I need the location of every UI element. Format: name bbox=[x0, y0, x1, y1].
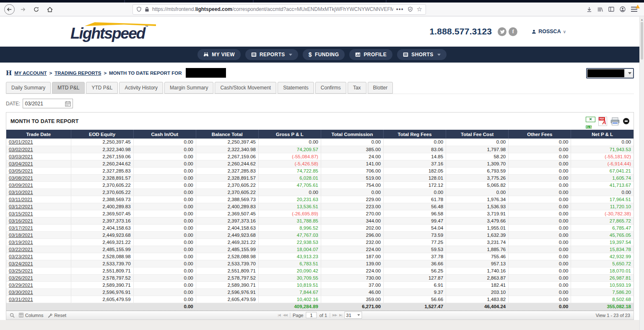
trade-date-link[interactable]: 03/19/2021 bbox=[9, 240, 33, 245]
profile-icon[interactable] bbox=[620, 6, 626, 12]
window-scrollbar[interactable]: ▲ bbox=[639, 17, 644, 330]
value-cell: 2,328,891.57 bbox=[71, 174, 133, 181]
page-size-select[interactable]: 31 bbox=[345, 312, 362, 319]
bookmark-star-icon[interactable]: ☆ bbox=[417, 5, 422, 13]
tab-tax[interactable]: Tax bbox=[348, 82, 366, 94]
trade-date-link[interactable]: 03/31/2021 bbox=[9, 297, 33, 302]
trade-date-link[interactable]: 03/16/2021 bbox=[9, 218, 33, 223]
first-page-icon[interactable]: |◀ bbox=[278, 313, 280, 317]
trade-date-link[interactable]: 03/10/2021 bbox=[9, 190, 33, 195]
trade-date-link[interactable]: 03/09/2021 bbox=[9, 183, 33, 188]
trade-date-link[interactable]: 03/25/2021 bbox=[9, 268, 33, 273]
download-icon[interactable] bbox=[587, 7, 592, 12]
trade-date-link[interactable]: 03/15/2021 bbox=[9, 211, 33, 216]
home-button[interactable] bbox=[44, 4, 55, 15]
trade-date-link[interactable]: 03/23/2021 bbox=[9, 254, 33, 259]
shield-icon[interactable] bbox=[136, 6, 142, 12]
trade-date-link[interactable]: 03/04/2021 bbox=[9, 161, 33, 166]
print-icon[interactable] bbox=[610, 117, 620, 126]
trade-date-link[interactable]: 03/08/2021 bbox=[9, 175, 33, 181]
value-cell: 56.66 bbox=[384, 296, 446, 303]
column-header[interactable]: Total Fee Cost bbox=[446, 130, 509, 139]
url-bar[interactable]: https://mtsfrontend.lightspeed.com/corre… bbox=[132, 4, 426, 15]
tab-statements[interactable]: Statements bbox=[278, 82, 314, 94]
facebook-icon[interactable]: f bbox=[509, 27, 517, 36]
last-page-icon[interactable]: ▶| bbox=[339, 313, 342, 317]
tab-daily-summary[interactable]: Daily Summary bbox=[6, 82, 51, 94]
tab-activity-history[interactable]: Activity History bbox=[119, 82, 163, 94]
trade-date-link[interactable]: 03/11/2021 bbox=[9, 197, 33, 202]
nav-my-view[interactable]: MY VIEW bbox=[197, 49, 241, 60]
nav-shorts[interactable]: SHORTS bbox=[397, 49, 446, 60]
search-button[interactable] bbox=[10, 313, 15, 318]
scroll-up-icon[interactable]: ▲ bbox=[640, 17, 644, 21]
trade-date-link[interactable]: 03/24/2021 bbox=[9, 261, 33, 266]
value-cell: 0.00 bbox=[133, 217, 196, 224]
tab-ytd-p-l[interactable]: YTD P&L bbox=[86, 82, 118, 94]
value-cell: 36.66 bbox=[384, 260, 446, 267]
date-input[interactable] bbox=[25, 101, 65, 107]
columns-button[interactable]: Columns bbox=[19, 313, 43, 318]
trade-date-link[interactable]: 03/03/2021 bbox=[9, 154, 33, 159]
column-header[interactable]: Total Reg Fees bbox=[384, 130, 446, 139]
column-header[interactable]: Trade Date bbox=[6, 130, 71, 139]
nav-profile[interactable]: PROFILE bbox=[349, 49, 392, 60]
trade-date-cell: 03/31/2021 bbox=[6, 296, 71, 303]
account-select[interactable] bbox=[586, 68, 634, 79]
column-header[interactable]: Balance Total bbox=[196, 130, 258, 139]
total-cell: 46,404.24 bbox=[446, 303, 509, 310]
reload-button[interactable] bbox=[31, 4, 42, 15]
prev-page-icon[interactable]: ◀◀ bbox=[283, 313, 287, 317]
export-xls-icon[interactable]: ✕ XLS bbox=[586, 117, 595, 126]
column-header[interactable]: Total Commission bbox=[321, 130, 383, 139]
pocket-shield-icon[interactable] bbox=[408, 6, 413, 12]
trade-date-link[interactable]: 03/17/2021 bbox=[9, 225, 33, 230]
trade-date-link[interactable]: 03/12/2021 bbox=[9, 204, 33, 209]
reset-button[interactable]: Reset bbox=[47, 313, 66, 318]
lightspeed-logo[interactable]: Lightspeed™ bbox=[70, 21, 148, 42]
value-cell: 0.00 bbox=[509, 281, 571, 288]
next-page-icon[interactable]: ▶▶ bbox=[332, 313, 337, 317]
browser-tab-strip bbox=[0, 0, 644, 3]
column-header[interactable]: Net P & L bbox=[571, 130, 634, 139]
nav-funding[interactable]: $FUNDING bbox=[303, 49, 345, 60]
menu-button[interactable] bbox=[631, 7, 637, 11]
twitter-icon[interactable] bbox=[498, 27, 506, 36]
breadcrumb-my-account[interactable]: MY ACCOUNT bbox=[14, 71, 47, 76]
trade-date-link[interactable]: 03/29/2021 bbox=[9, 283, 33, 288]
trade-date-link[interactable]: 03/02/2021 bbox=[9, 147, 33, 152]
tab-mtd-p-l[interactable]: MTD P&L bbox=[52, 82, 85, 94]
column-header[interactable]: EOD Equity bbox=[71, 130, 133, 139]
scrollbar-thumb[interactable] bbox=[641, 22, 643, 60]
mtd-report-table: Trade DateEOD EquityCash In/OutBalance T… bbox=[6, 130, 634, 311]
trade-date-link[interactable]: 03/30/2021 bbox=[9, 290, 33, 295]
trade-date-link[interactable]: 03/26/2021 bbox=[9, 275, 33, 280]
trade-date-link[interactable]: 03/05/2021 bbox=[9, 168, 33, 173]
user-menu[interactable]: ROSSCA ∨ bbox=[532, 29, 566, 34]
column-header[interactable]: Cash In/Out bbox=[133, 130, 196, 139]
library-icon[interactable] bbox=[597, 7, 603, 12]
forward-button[interactable] bbox=[18, 4, 28, 15]
trade-date-link[interactable]: 03/22/2021 bbox=[9, 247, 33, 252]
value-cell: 0.00 bbox=[258, 139, 321, 146]
collapse-panel-icon[interactable] bbox=[623, 118, 629, 124]
page-number-input[interactable] bbox=[306, 312, 317, 318]
page-actions-icon[interactable]: ••• bbox=[396, 6, 404, 13]
trade-date-link[interactable]: 03/01/2021 bbox=[9, 139, 33, 144]
tab-margin-summary[interactable]: Margin Summary bbox=[164, 82, 213, 94]
calendar-icon[interactable] bbox=[65, 101, 71, 107]
tab-blotter[interactable]: Blotter bbox=[368, 82, 393, 94]
column-header[interactable]: Gross P & L bbox=[258, 130, 321, 139]
trade-date-link[interactable]: 03/18/2021 bbox=[9, 233, 33, 238]
nav-reports[interactable]: REPORTS bbox=[245, 49, 298, 60]
account-select-arrow[interactable] bbox=[625, 69, 633, 78]
column-header[interactable]: Other Fees bbox=[509, 130, 571, 139]
export-pdf-icon[interactable]: PDF A bbox=[598, 117, 607, 126]
tab-cash-stock-movement[interactable]: Cash/Stock Movement bbox=[215, 82, 276, 94]
tab-confirms[interactable]: Confirms bbox=[315, 82, 346, 94]
lock-icon[interactable] bbox=[145, 7, 149, 12]
back-button[interactable] bbox=[4, 4, 15, 15]
value-cell: 10,402.16 bbox=[258, 296, 321, 303]
sidebar-icon[interactable] bbox=[608, 7, 614, 12]
breadcrumb-trading-reports[interactable]: TRADING REPORTS bbox=[55, 71, 101, 76]
